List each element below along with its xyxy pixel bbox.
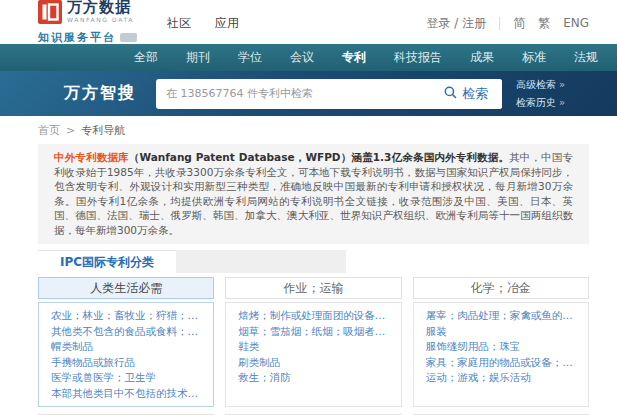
ipc-link[interactable]: 本部其他类目中不包括的技术主题: [51, 386, 201, 402]
nav-item-patent[interactable]: 专利: [328, 49, 380, 66]
database-name: 中外专利数据库: [54, 151, 129, 163]
tab-ipc-classification[interactable]: IPC国际专利分类: [38, 250, 176, 273]
ipc-link[interactable]: 烟草；雪茄烟；纸烟；吸烟者用品: [238, 324, 388, 340]
search-box: 检索: [156, 79, 502, 109]
ipc-link[interactable]: 运动；游戏；娱乐活动: [426, 370, 576, 386]
wanfang-logo[interactable]: 万方数据 WANFANG DATA 知识服务平台: [38, 0, 137, 45]
ipc-link[interactable]: 刷类制品: [238, 355, 388, 371]
ipc-link[interactable]: 帽类制品: [51, 339, 201, 355]
double-arrow-icon: »: [559, 79, 565, 90]
ipc-link[interactable]: 手携物品或旅行品: [51, 355, 201, 371]
ipc-category-grid: 人类生活必需 农业；林业；畜牧业；狩猎；诱捕；捕鱼 其他类不包含的食品或食料；及…: [38, 277, 589, 407]
nav-item-regulation[interactable]: 法规: [560, 49, 612, 66]
nav-item-all[interactable]: 全部: [120, 49, 172, 66]
ipc-link[interactable]: 鞋类: [238, 339, 388, 355]
search-input[interactable]: [156, 87, 430, 100]
breadcrumb-separator: >: [66, 124, 75, 137]
database-intro-bold: （Wanfang Patent Database，WFPD）涵盖1.3亿余条国内…: [129, 151, 509, 163]
main-content: 中外专利数据库（Wanfang Patent Database，WFPD）涵盖1…: [0, 144, 617, 415]
breadcrumb-current: 专利导航: [81, 123, 125, 138]
search-icon: [444, 86, 457, 102]
search-band: 万方智搜 检索 高级检索» 检索历史»: [0, 71, 617, 116]
menu-item-community[interactable]: 社区: [167, 15, 191, 32]
ipc-link[interactable]: 家具；家庭用的物品或设备；咖啡磨；香料磨；…: [426, 355, 576, 371]
nav-item-periodical[interactable]: 期刊: [172, 49, 224, 66]
header-divider: [499, 17, 500, 30]
advanced-search-link[interactable]: 高级检索»: [516, 78, 565, 92]
nav-item-achievement[interactable]: 成果: [456, 49, 508, 66]
ipc-link[interactable]: 医学或兽医学；卫生学: [51, 370, 201, 386]
ipc-link[interactable]: 服装: [426, 324, 576, 340]
breadcrumb-home-link[interactable]: 首页: [38, 123, 60, 138]
wanfang-logo-icon: [38, 0, 62, 28]
ipc-link[interactable]: 服饰缝纫用品；珠宝: [426, 339, 576, 355]
nav-item-thesis[interactable]: 学位: [224, 49, 276, 66]
search-button-label: 检索: [462, 85, 488, 103]
nav-item-tech-report[interactable]: 科技报告: [380, 49, 456, 66]
ipc-column-chemistry-metallurgy: 化学；冶金 屠宰；肉品处理；家禽或鱼的加工 服装 服饰缝纫用品；珠宝 家具；家庭…: [413, 277, 589, 407]
menu-item-apps[interactable]: 应用: [215, 15, 239, 32]
nav-item-standard[interactable]: 标准: [508, 49, 560, 66]
category-header-chemistry-metallurgy[interactable]: 化学；冶金: [413, 277, 589, 299]
ipc-link[interactable]: 其他类不包含的食品或食料；及其处理: [51, 324, 201, 340]
search-button[interactable]: 检索: [430, 79, 502, 109]
brand-name-cn: 万方数据: [67, 0, 134, 15]
search-brand: 万方智搜: [64, 83, 136, 104]
ipc-column-human-necessities: 人类生活必需 农业；林业；畜牧业；狩猎；诱捕；捕鱼 其他类不包含的食品或食料；及…: [38, 277, 214, 407]
resource-type-navbar: 全部 期刊 学位 会议 专利 科技报告 成果 标准 法规 地方志 视频 更多>>: [0, 44, 617, 71]
nav-item-conference[interactable]: 会议: [276, 49, 328, 66]
ipc-link[interactable]: 屠宰；肉品处理；家禽或鱼的加工: [426, 308, 576, 324]
double-arrow-icon: »: [559, 97, 565, 108]
search-history-link[interactable]: 检索历史»: [516, 96, 565, 110]
header: 万方数据 WANFANG DATA 知识服务平台 社区 应用 登录 / 注册 简…: [0, 0, 617, 44]
database-intro-card: 中外专利数据库（Wanfang Patent Database，WFPD）涵盖1…: [38, 144, 589, 244]
breadcrumb: 首页 > 专利导航: [0, 116, 617, 144]
ipc-link[interactable]: 焙烤；制作或处理面团的设备；焙烤用面团: [238, 308, 388, 324]
lang-english-button[interactable]: ENG: [563, 16, 589, 30]
category-panel: 屠宰；肉品处理；家禽或鱼的加工 服装 服饰缝纫用品；珠宝 家具；家庭用的物品或设…: [413, 302, 589, 407]
category-header-operations-transport[interactable]: 作业；运输: [225, 277, 401, 299]
nav-item-local-chronicle[interactable]: 地方志: [612, 49, 617, 66]
header-right: 登录 / 注册 简 繁 ENG: [426, 15, 589, 32]
platform-tagline: 知识服务平台: [38, 30, 116, 45]
classification-tab-strip: IPC国际专利分类: [38, 250, 346, 273]
category-header-human-necessities[interactable]: 人类生活必需: [38, 277, 214, 299]
category-panel: 焙烤；制作或处理面团的设备；焙烤用面团 烟草；雪茄烟；纸烟；吸烟者用品 鞋类 刷…: [225, 302, 401, 407]
ipc-link[interactable]: 救生；消防: [238, 370, 388, 386]
lang-simplified-button[interactable]: 简: [513, 15, 525, 32]
login-register-link[interactable]: 登录 / 注册: [426, 15, 486, 32]
ipc-column-operations-transport: 作业；运输 焙烤；制作或处理面团的设备；焙烤用面团 烟草；雪茄烟；纸烟；吸烟者用…: [225, 277, 401, 407]
ipc-link[interactable]: 农业；林业；畜牧业；狩猎；诱捕；捕鱼: [51, 308, 201, 324]
lang-traditional-button[interactable]: 繁: [538, 15, 550, 32]
database-intro-body: 其中，中国专利收录始于1985年，共收录3300万余条专利全文，可本地下载专利说…: [54, 151, 573, 236]
header-menu: 社区 应用: [167, 15, 239, 32]
search-links: 高级检索» 检索历史»: [516, 78, 565, 110]
platform-version-badge: [120, 33, 137, 42]
category-panel: 农业；林业；畜牧业；狩猎；诱捕；捕鱼 其他类不包含的食品或食料；及其处理 帽类制…: [38, 302, 214, 407]
brand-name-en: WANFANG DATA: [67, 16, 134, 23]
